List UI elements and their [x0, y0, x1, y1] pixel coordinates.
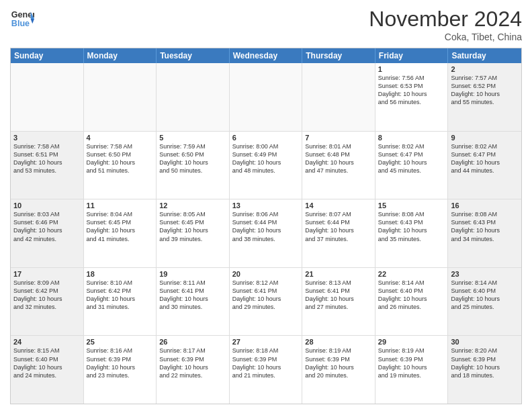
- day-number: 5: [159, 134, 226, 142]
- calendar-cell: [302, 63, 375, 131]
- calendar-cell: 14Sunrise: 8:07 AM Sunset: 6:44 PM Dayli…: [302, 199, 375, 267]
- cell-info: Sunrise: 8:10 AM Sunset: 6:42 PM Dayligh…: [87, 279, 154, 312]
- day-number: 9: [451, 134, 519, 142]
- day-number: 23: [451, 270, 519, 278]
- calendar-cell: 7Sunrise: 8:01 AM Sunset: 6:48 PM Daylig…: [302, 132, 375, 199]
- day-number: 15: [378, 201, 445, 210]
- cell-info: Sunrise: 8:09 AM Sunset: 6:42 PM Dayligh…: [13, 279, 81, 312]
- day-number: 3: [13, 134, 81, 142]
- calendar-cell: 25Sunrise: 8:16 AM Sunset: 6:39 PM Dayli…: [84, 336, 157, 404]
- cell-info: Sunrise: 8:08 AM Sunset: 6:43 PM Dayligh…: [451, 210, 519, 243]
- calendar-cell: 27Sunrise: 8:18 AM Sunset: 6:39 PM Dayli…: [230, 336, 303, 404]
- weekday-header-wednesday: Wednesday: [230, 48, 303, 63]
- calendar-body: 1Sunrise: 7:56 AM Sunset: 6:53 PM Daylig…: [11, 63, 521, 404]
- cell-info: Sunrise: 8:02 AM Sunset: 6:47 PM Dayligh…: [378, 142, 445, 175]
- svg-marker-3: [31, 19, 34, 24]
- weekday-header-thursday: Thursday: [302, 48, 375, 63]
- calendar-cell: 30Sunrise: 8:20 AM Sunset: 6:39 PM Dayli…: [448, 336, 521, 404]
- calendar-cell: 12Sunrise: 8:05 AM Sunset: 6:45 PM Dayli…: [157, 199, 230, 267]
- day-number: 29: [378, 338, 445, 346]
- cell-info: Sunrise: 8:14 AM Sunset: 6:40 PM Dayligh…: [451, 279, 519, 312]
- cell-info: Sunrise: 8:08 AM Sunset: 6:43 PM Dayligh…: [378, 210, 445, 243]
- weekday-header-saturday: Saturday: [448, 48, 521, 63]
- calendar-cell: 11Sunrise: 8:04 AM Sunset: 6:45 PM Dayli…: [84, 199, 157, 267]
- calendar-cell: 23Sunrise: 8:14 AM Sunset: 6:40 PM Dayli…: [448, 268, 521, 336]
- day-number: 16: [451, 201, 519, 210]
- day-number: 19: [159, 270, 226, 278]
- calendar: SundayMondayTuesdayWednesdayThursdayFrid…: [10, 48, 522, 404]
- calendar-cell: [11, 63, 84, 131]
- day-number: 18: [87, 270, 154, 278]
- day-number: 17: [13, 270, 81, 278]
- calendar-row-4: 24Sunrise: 8:15 AM Sunset: 6:40 PM Dayli…: [11, 336, 521, 404]
- calendar-cell: 3Sunrise: 7:58 AM Sunset: 6:51 PM Daylig…: [11, 132, 84, 199]
- cell-info: Sunrise: 7:56 AM Sunset: 6:53 PM Dayligh…: [378, 74, 445, 107]
- weekday-header-friday: Friday: [375, 48, 449, 63]
- cell-info: Sunrise: 8:17 AM Sunset: 6:39 PM Dayligh…: [159, 347, 226, 379]
- logo: General Blue: [10, 7, 34, 31]
- calendar-cell: 2Sunrise: 7:57 AM Sunset: 6:52 PM Daylig…: [448, 63, 521, 131]
- calendar-cell: [157, 63, 230, 131]
- cell-info: Sunrise: 8:05 AM Sunset: 6:45 PM Dayligh…: [159, 210, 226, 243]
- day-number: 25: [87, 338, 154, 346]
- day-number: 22: [378, 270, 445, 278]
- cell-info: Sunrise: 8:19 AM Sunset: 6:39 PM Dayligh…: [305, 347, 372, 379]
- day-number: 21: [305, 270, 372, 278]
- calendar-cell: 29Sunrise: 8:19 AM Sunset: 6:39 PM Dayli…: [375, 336, 449, 404]
- title-block: November 2024 Coka, Tibet, China: [369, 7, 522, 42]
- cell-info: Sunrise: 8:15 AM Sunset: 6:40 PM Dayligh…: [13, 347, 81, 379]
- cell-info: Sunrise: 8:00 AM Sunset: 6:49 PM Dayligh…: [232, 142, 300, 175]
- day-number: 6: [232, 134, 300, 142]
- calendar-cell: 13Sunrise: 8:06 AM Sunset: 6:44 PM Dayli…: [230, 199, 303, 267]
- calendar-cell: [84, 63, 157, 131]
- calendar-cell: 8Sunrise: 8:02 AM Sunset: 6:47 PM Daylig…: [375, 132, 449, 199]
- calendar-cell: 20Sunrise: 8:12 AM Sunset: 6:41 PM Dayli…: [230, 268, 303, 336]
- calendar-cell: 21Sunrise: 8:13 AM Sunset: 6:41 PM Dayli…: [302, 268, 375, 336]
- cell-info: Sunrise: 8:02 AM Sunset: 6:47 PM Dayligh…: [451, 142, 519, 175]
- cell-info: Sunrise: 8:04 AM Sunset: 6:45 PM Dayligh…: [87, 210, 154, 243]
- day-number: 27: [232, 338, 300, 346]
- cell-info: Sunrise: 8:11 AM Sunset: 6:41 PM Dayligh…: [159, 279, 226, 312]
- calendar-header: SundayMondayTuesdayWednesdayThursdayFrid…: [11, 48, 521, 63]
- svg-text:Blue: Blue: [11, 19, 30, 28]
- day-number: 2: [451, 65, 519, 73]
- cell-info: Sunrise: 8:14 AM Sunset: 6:40 PM Dayligh…: [378, 279, 445, 312]
- cell-info: Sunrise: 7:57 AM Sunset: 6:52 PM Dayligh…: [451, 74, 519, 107]
- day-number: 26: [159, 338, 226, 346]
- calendar-cell: 26Sunrise: 8:17 AM Sunset: 6:39 PM Dayli…: [157, 336, 230, 404]
- calendar-cell: 10Sunrise: 8:03 AM Sunset: 6:46 PM Dayli…: [11, 199, 84, 267]
- day-number: 30: [451, 338, 519, 346]
- calendar-row-3: 17Sunrise: 8:09 AM Sunset: 6:42 PM Dayli…: [11, 268, 521, 336]
- logo-icon: General Blue: [10, 7, 34, 31]
- calendar-cell: 18Sunrise: 8:10 AM Sunset: 6:42 PM Dayli…: [84, 268, 157, 336]
- cell-info: Sunrise: 8:07 AM Sunset: 6:44 PM Dayligh…: [305, 210, 372, 243]
- cell-info: Sunrise: 8:20 AM Sunset: 6:39 PM Dayligh…: [451, 347, 519, 379]
- calendar-cell: 16Sunrise: 8:08 AM Sunset: 6:43 PM Dayli…: [448, 199, 521, 267]
- weekday-header-monday: Monday: [84, 48, 157, 63]
- calendar-cell: 15Sunrise: 8:08 AM Sunset: 6:43 PM Dayli…: [375, 199, 449, 267]
- cell-info: Sunrise: 7:59 AM Sunset: 6:50 PM Dayligh…: [159, 142, 226, 175]
- day-number: 13: [232, 201, 300, 210]
- day-number: 20: [232, 270, 300, 278]
- day-number: 11: [87, 201, 154, 210]
- weekday-header-tuesday: Tuesday: [157, 48, 230, 63]
- cell-info: Sunrise: 8:06 AM Sunset: 6:44 PM Dayligh…: [232, 210, 300, 243]
- calendar-cell: 5Sunrise: 7:59 AM Sunset: 6:50 PM Daylig…: [157, 132, 230, 199]
- cell-info: Sunrise: 8:03 AM Sunset: 6:46 PM Dayligh…: [13, 210, 81, 243]
- calendar-cell: 24Sunrise: 8:15 AM Sunset: 6:40 PM Dayli…: [11, 336, 84, 404]
- calendar-row-2: 10Sunrise: 8:03 AM Sunset: 6:46 PM Dayli…: [11, 199, 521, 268]
- calendar-cell: 4Sunrise: 7:58 AM Sunset: 6:50 PM Daylig…: [84, 132, 157, 199]
- day-number: 28: [305, 338, 372, 346]
- day-number: 1: [378, 65, 445, 73]
- calendar-row-1: 3Sunrise: 7:58 AM Sunset: 6:51 PM Daylig…: [11, 132, 521, 200]
- cell-info: Sunrise: 8:12 AM Sunset: 6:41 PM Dayligh…: [232, 279, 300, 312]
- cell-info: Sunrise: 7:58 AM Sunset: 6:50 PM Dayligh…: [87, 142, 154, 175]
- header: General Blue November 2024 Coka, Tibet, …: [10, 7, 522, 42]
- month-title: November 2024: [369, 7, 522, 32]
- calendar-cell: 22Sunrise: 8:14 AM Sunset: 6:40 PM Dayli…: [375, 268, 449, 336]
- calendar-cell: 17Sunrise: 8:09 AM Sunset: 6:42 PM Dayli…: [11, 268, 84, 336]
- calendar-cell: 6Sunrise: 8:00 AM Sunset: 6:49 PM Daylig…: [230, 132, 303, 199]
- day-number: 14: [305, 201, 372, 210]
- day-number: 10: [13, 201, 81, 210]
- weekday-header-sunday: Sunday: [11, 48, 84, 63]
